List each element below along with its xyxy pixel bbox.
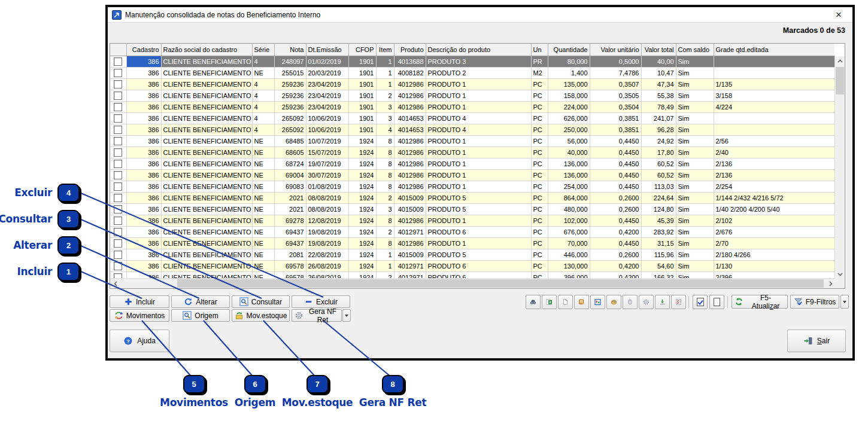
table-row[interactable]: 386CLIENTE BENEFICIAMENTONE202108/08/201… <box>110 204 834 215</box>
col-header-14[interactable]: Grade qtd.editada <box>714 44 834 56</box>
close-button[interactable]: × <box>832 8 845 22</box>
cell: 386 <box>126 227 161 238</box>
row-checkbox[interactable] <box>114 160 122 168</box>
table-row[interactable]: 386CLIENTE BENEFICIAMENTONE6900430/07/20… <box>110 170 834 181</box>
download-button[interactable] <box>655 295 670 309</box>
check-all-button[interactable] <box>693 295 708 309</box>
row-checkbox[interactable] <box>114 216 122 225</box>
table-row[interactable]: 386CLIENTE BENEFICIAMENTONE6872419/07/20… <box>110 158 834 170</box>
col-header-4[interactable]: Dt.Emissão <box>306 44 348 56</box>
mov-estoque-button[interactable]: Mov.estoque <box>232 309 290 322</box>
cell: 2 <box>376 272 394 279</box>
table-row[interactable]: 386CLIENTE BENEFICIAMENTO424809701/02/20… <box>110 56 834 68</box>
col-header-5[interactable]: CFOP <box>348 44 376 56</box>
cell: 30/07/2019 <box>306 170 348 181</box>
table-row[interactable]: 386CLIENTE BENEFICIAMENTO426509210/06/20… <box>110 113 834 124</box>
row-checkbox[interactable] <box>114 103 122 111</box>
cell <box>714 124 834 136</box>
filtros-dropdown[interactable] <box>840 295 849 309</box>
cell: PRODUTO 3 <box>426 56 531 68</box>
sair-button[interactable]: Sair <box>787 330 846 352</box>
col-header-7[interactable]: Produto <box>394 44 426 56</box>
mouse-button[interactable] <box>623 295 638 309</box>
row-checkbox[interactable] <box>114 182 122 191</box>
consultar-button[interactable]: Consultar <box>232 295 290 308</box>
incluir-button[interactable]: Incluir <box>110 295 169 308</box>
cell: CLIENTE BENEFICIAMENTO <box>161 68 252 79</box>
origem-button[interactable]: Origem <box>171 309 230 322</box>
row-checkbox[interactable] <box>114 114 122 123</box>
col-header-11[interactable]: Valor unitário <box>590 44 641 56</box>
table-row[interactable]: 386CLIENTE BENEFICIAMENTONE6957826/08/20… <box>110 261 834 272</box>
settings-button[interactable] <box>639 295 654 309</box>
table-row[interactable]: 386CLIENTE BENEFICIAMENTONE6848510/07/20… <box>110 136 834 147</box>
table-row[interactable]: 386CLIENTE BENEFICIAMENTONE6860515/07/20… <box>110 147 834 158</box>
row-checkbox[interactable] <box>114 148 122 157</box>
uncheck-all-button[interactable] <box>709 295 724 309</box>
col-header-1[interactable]: Razão social do cadastro <box>161 44 252 56</box>
row-checkbox[interactable] <box>114 262 122 270</box>
col-header-13[interactable]: Com saldo <box>676 44 714 56</box>
table-row[interactable]: 386CLIENTE BENEFICIAMENTO425923623/04/20… <box>110 79 834 90</box>
row-checkbox[interactable] <box>114 80 122 89</box>
row-checkbox[interactable] <box>114 126 122 134</box>
table-row[interactable]: 386CLIENTE BENEFICIAMENTONE6943719/08/20… <box>110 238 834 249</box>
col-header-3[interactable]: Nota <box>274 44 306 56</box>
row-checkbox[interactable] <box>114 273 122 278</box>
table-row[interactable]: 386CLIENTE BENEFICIAMENTONE6908301/08/20… <box>110 181 834 193</box>
col-header-12[interactable]: Valor total <box>641 44 676 56</box>
movimentos-button[interactable]: Movimentos <box>110 309 169 322</box>
gera-nf-ret-button[interactable]: Gera NF Ret <box>292 309 342 322</box>
horizontal-scroll-thumb[interactable] <box>177 279 824 288</box>
palette-button[interactable] <box>606 295 621 309</box>
col-header-2[interactable]: Série <box>252 44 274 56</box>
binoculars-button[interactable] <box>526 295 541 309</box>
cell: CLIENTE BENEFICIAMENTO <box>161 56 252 68</box>
row-checkbox[interactable] <box>114 57 122 66</box>
cell: 0,3504 <box>590 102 641 113</box>
row-checkbox[interactable] <box>114 239 122 248</box>
cell: NE <box>252 136 274 147</box>
scroll-up-arrow[interactable] <box>835 56 845 66</box>
col-header-0[interactable]: Cadastro <box>126 44 161 56</box>
row-checkbox[interactable] <box>114 205 122 213</box>
alterar-button[interactable]: Alterar <box>171 295 230 308</box>
table-row[interactable]: 386CLIENTE BENEFICIAMENTO425923623/04/20… <box>110 102 834 113</box>
f5-atualizar-button[interactable]: F5-Atualizar <box>732 295 788 309</box>
excluir-button[interactable]: Excluir <box>292 295 350 308</box>
table-row[interactable]: 386CLIENTE BENEFICIAMENTONE25501520/03/2… <box>110 68 834 79</box>
table-row[interactable]: 386CLIENTE BENEFICIAMENTONE6927812/08/20… <box>110 215 834 227</box>
row-checkbox[interactable] <box>114 137 122 145</box>
table-row[interactable]: 386CLIENTE BENEFICIAMENTONE6957826/08/20… <box>110 272 834 279</box>
col-header-8[interactable]: Descrição do produto <box>426 44 531 56</box>
table-row[interactable]: 386CLIENTE BENEFICIAMENTO426509210/06/20… <box>110 124 834 136</box>
row-checkbox[interactable] <box>114 228 122 236</box>
row-checkbox[interactable] <box>114 91 122 100</box>
table-row[interactable]: 386CLIENTE BENEFICIAMENTO425923623/04/20… <box>110 90 834 102</box>
cell: 4014653 <box>394 124 426 136</box>
col-header-9[interactable]: Un <box>531 44 548 56</box>
column-order-button[interactable] <box>590 295 605 309</box>
vertical-scrollbar <box>834 56 845 279</box>
col-header-10[interactable]: Quantidade <box>548 44 590 56</box>
excel-export-button[interactable] <box>542 295 557 309</box>
table-row[interactable]: 386CLIENTE BENEFICIAMENTONE208122/08/201… <box>110 249 834 261</box>
calculator-button[interactable] <box>574 295 589 309</box>
vertical-scroll-thumb[interactable] <box>836 67 844 94</box>
row-checkbox[interactable] <box>114 69 122 77</box>
document-button[interactable] <box>558 295 573 309</box>
col-header-6[interactable]: Item <box>376 44 394 56</box>
table-row[interactable]: 386CLIENTE BENEFICIAMENTONE202108/08/201… <box>110 193 834 204</box>
cell: 113,03 <box>641 181 676 193</box>
row-checkbox[interactable] <box>114 171 122 179</box>
ajuda-button[interactable]: ? Ajuda <box>110 330 169 352</box>
f9-filtros-button[interactable]: F9-Filtros <box>790 295 839 309</box>
row-checkbox[interactable] <box>114 194 122 202</box>
row-checkbox[interactable] <box>114 251 122 259</box>
gera-nf-ret-dropdown[interactable] <box>342 309 351 322</box>
table-row[interactable]: 386CLIENTE BENEFICIAMENTONE6943719/08/20… <box>110 227 834 238</box>
callout-excluir: Excluir 4 <box>0 184 80 202</box>
scroll-left-arrow[interactable] <box>110 279 120 288</box>
checklist-button[interactable] <box>671 295 686 309</box>
row-checkbox-cell <box>110 136 126 147</box>
